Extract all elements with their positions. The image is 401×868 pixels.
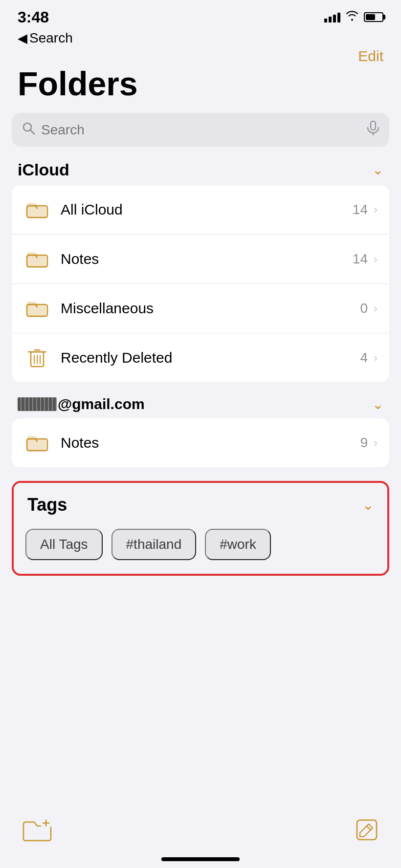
home-indicator bbox=[161, 857, 240, 861]
folder-name-all-icloud: All iCloud bbox=[61, 201, 353, 218]
folder-chevron-icon: › bbox=[374, 203, 378, 217]
tags-header: Tags ⌄ bbox=[14, 483, 387, 523]
page-title: Folders bbox=[0, 66, 401, 101]
icloud-title: iCloud bbox=[18, 160, 69, 179]
folder-name-miscellaneous: Miscellaneous bbox=[61, 300, 360, 317]
edit-button[interactable]: Edit bbox=[358, 48, 383, 65]
folder-item-notes[interactable]: Notes 14 › bbox=[12, 235, 389, 284]
folder-icon bbox=[23, 245, 51, 273]
gmail-chevron-icon[interactable]: ⌄ bbox=[372, 396, 383, 412]
back-chevron-icon: ◀ bbox=[18, 32, 27, 44]
svg-line-1 bbox=[30, 130, 34, 134]
status-bar: 3:48 bbox=[0, 0, 401, 29]
tag-pill-work[interactable]: #work bbox=[205, 529, 271, 560]
wifi-icon bbox=[345, 10, 359, 24]
svg-rect-2 bbox=[371, 121, 376, 130]
compose-button[interactable] bbox=[354, 817, 379, 843]
trash-icon bbox=[23, 344, 51, 371]
folder-count-miscellaneous: 0 bbox=[360, 301, 368, 316]
icloud-folder-list: All iCloud 14 › Notes 14 › Miscellaneous… bbox=[12, 185, 389, 382]
folder-chevron-icon: › bbox=[374, 436, 378, 450]
tags-pills: All Tags #thailand #work bbox=[14, 523, 387, 562]
folder-item-gmail-notes[interactable]: Notes 9 › bbox=[12, 418, 389, 467]
folder-name-gmail-notes: Notes bbox=[61, 434, 360, 451]
new-folder-button[interactable] bbox=[22, 816, 53, 844]
folder-item-all-icloud[interactable]: All iCloud 14 › bbox=[12, 185, 389, 235]
folder-count-all-icloud: 14 bbox=[353, 202, 368, 217]
search-input[interactable] bbox=[41, 122, 361, 138]
gmail-section-header: @gmail.com ⌄ bbox=[0, 396, 401, 412]
status-time: 3:48 bbox=[18, 8, 49, 26]
mic-icon[interactable] bbox=[367, 121, 379, 139]
bottom-toolbar bbox=[0, 816, 401, 844]
folder-icon bbox=[23, 429, 51, 456]
header-row: Edit bbox=[0, 48, 401, 65]
folder-item-recently-deleted[interactable]: Recently Deleted 4 › bbox=[12, 333, 389, 382]
folder-count-gmail-notes: 9 bbox=[360, 435, 368, 451]
folder-icon bbox=[23, 196, 51, 223]
icloud-chevron-icon[interactable]: ⌄ bbox=[372, 162, 383, 178]
tags-title: Tags bbox=[27, 495, 67, 515]
status-icons bbox=[324, 10, 383, 24]
gmail-title: @gmail.com bbox=[18, 396, 145, 412]
back-button[interactable]: ◀ Search bbox=[0, 30, 401, 46]
battery-icon bbox=[364, 12, 383, 22]
back-label: Search bbox=[29, 30, 73, 46]
tag-pill-thailand[interactable]: #thailand bbox=[111, 529, 197, 560]
folder-chevron-icon: › bbox=[374, 351, 378, 365]
gmail-folder-list: Notes 9 › bbox=[12, 418, 389, 467]
signal-icon bbox=[324, 12, 340, 22]
search-bar[interactable] bbox=[12, 113, 389, 147]
folder-icon bbox=[23, 295, 51, 322]
search-icon bbox=[22, 121, 35, 138]
folder-chevron-icon: › bbox=[374, 252, 378, 266]
folder-count-recently-deleted: 4 bbox=[360, 350, 368, 366]
tag-pill-all-tags[interactable]: All Tags bbox=[25, 529, 103, 560]
icloud-section-header: iCloud ⌄ bbox=[0, 160, 401, 179]
folder-count-notes: 14 bbox=[353, 251, 368, 267]
tags-section: Tags ⌄ All Tags #thailand #work bbox=[12, 481, 389, 576]
folder-chevron-icon: › bbox=[374, 302, 378, 315]
folder-name-recently-deleted: Recently Deleted bbox=[61, 349, 360, 366]
folder-name-notes: Notes bbox=[61, 251, 353, 267]
gmail-redacted bbox=[18, 397, 57, 411]
folder-item-miscellaneous[interactable]: Miscellaneous 0 › bbox=[12, 284, 389, 333]
tags-chevron-icon[interactable]: ⌄ bbox=[362, 497, 374, 513]
